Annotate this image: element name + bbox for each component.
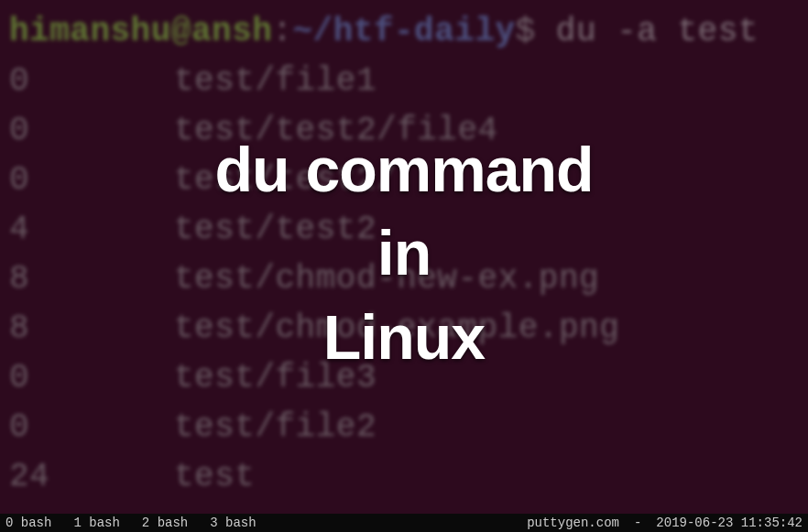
file-size: 8 [9,255,174,304]
status-tab[interactable]: 3 bash [210,516,256,530]
file-size: 0 [9,57,174,106]
title-line-3: Linux [214,296,593,380]
current-path: ~/htf-daily [292,13,515,50]
status-tabs: 0 bash1 bash2 bash3 bash [5,516,257,530]
status-site: puttygen.com [527,516,619,530]
status-right: puttygen.com - 2019-06-23 11:35:42 [527,516,803,530]
file-path: test [174,458,255,495]
title-line-1: du command [214,127,593,212]
prompt-dollar: $ [516,13,536,50]
file-path: test/file1 [174,62,377,100]
prompt-line: himanshu@ansh:~/htf-daily$ du -a test [9,7,799,57]
status-sep: - [634,516,641,530]
output-row: 0test/file2 [9,403,799,452]
status-tab[interactable]: 1 bash [73,516,119,530]
output-row: 0test/file1 [9,57,799,106]
file-path: test/file2 [174,408,377,446]
file-size: 0 [9,403,174,452]
file-size: 8 [9,304,174,353]
output-row: 24test [9,452,799,502]
user-host: himanshu@ansh [9,13,272,50]
file-size: 0 [9,353,174,403]
file-size: 4 [9,205,174,255]
command-text: du -a test [556,13,759,50]
status-bar: 0 bash1 bash2 bash3 bash puttygen.com - … [0,514,808,532]
status-timestamp: 2019-06-23 11:35:42 [656,516,803,530]
status-tab[interactable]: 0 bash [5,516,51,530]
file-size: 24 [9,452,174,502]
file-size: 0 [9,156,174,205]
file-size: 0 [9,106,174,156]
title-line-2: in [214,212,593,296]
status-tab[interactable]: 2 bash [142,516,188,530]
title-overlay: du command in Linux [214,127,593,379]
prompt-colon: : [272,13,292,50]
